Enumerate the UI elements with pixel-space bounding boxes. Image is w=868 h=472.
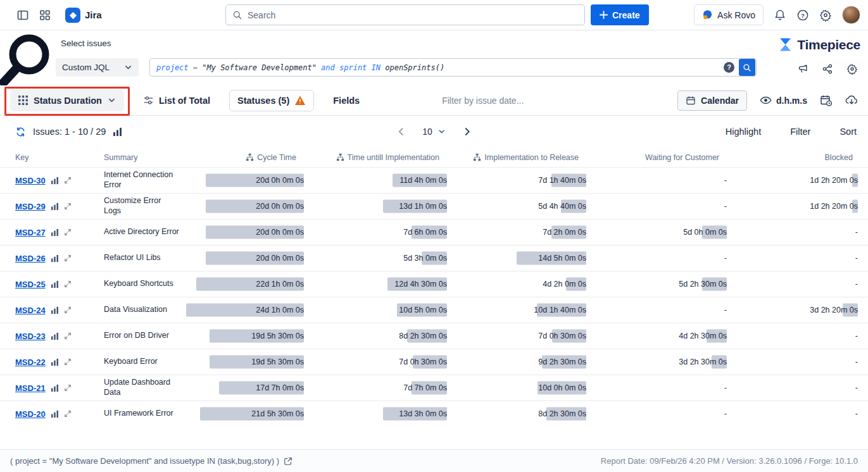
issue-expand-icon[interactable] (64, 280, 72, 288)
calendar-button[interactable]: Calendar (677, 90, 747, 111)
help-icon[interactable]: ? (796, 9, 809, 22)
issue-chart-icon[interactable] (51, 202, 59, 211)
issue-key-link[interactable]: MSD-26 (15, 254, 46, 263)
column-header-summary[interactable]: Summary (95, 147, 185, 168)
table-row: MSD-25Keyboard Shortcuts22d 1h 0m 0s12d … (0, 271, 868, 297)
key-cell: MSD-22 (0, 349, 95, 375)
issue-key-link[interactable]: MSD-24 (15, 306, 46, 315)
previous-page-icon[interactable] (396, 127, 405, 136)
issue-expand-icon[interactable] (64, 358, 72, 366)
duration-value: 7d 0h 30m 0s (538, 332, 586, 340)
issue-expand-icon[interactable] (64, 177, 72, 184)
ask-rovo-button[interactable]: Ask Rovo (694, 4, 764, 25)
issue-key-link[interactable]: MSD-20 (15, 409, 46, 419)
jql-input-text: project = "My Software Development" and … (156, 63, 724, 72)
filter-button[interactable]: Filter (790, 127, 810, 137)
sort-button[interactable]: Sort (840, 127, 857, 137)
page-size-select[interactable]: 10 (422, 127, 446, 137)
duration-value: 5d 0h 0m 0s (683, 228, 727, 237)
warning-icon (294, 95, 306, 106)
duration-value: 9d 2h 30m 0s (538, 357, 586, 366)
announcement-icon[interactable] (797, 63, 808, 75)
list-of-total-button[interactable]: List of Total (143, 95, 210, 106)
create-button[interactable]: Create (591, 4, 649, 25)
issue-expand-icon[interactable] (64, 384, 72, 392)
issue-chart-icon[interactable] (51, 384, 59, 392)
chart-view-icon[interactable] (113, 127, 122, 137)
key-cell: MSD-21 (0, 375, 95, 401)
jql-input[interactable]: project = "My Software Development" and … (149, 58, 757, 77)
jql-help-icon[interactable]: ? (724, 62, 734, 73)
duration-cell-blocked: 3d 2h 20m 0s (732, 297, 868, 323)
export-icon[interactable] (845, 94, 858, 107)
column-header-cycle_time[interactable]: Cycle Time (185, 147, 309, 168)
issue-expand-icon[interactable] (64, 228, 72, 236)
column-header-time_until_impl[interactable]: Time untill Implementation (309, 147, 452, 168)
issue-chart-icon[interactable] (51, 254, 59, 263)
search-input[interactable] (248, 10, 578, 20)
duration-format-toggle[interactable]: d.h.m.s (760, 94, 807, 106)
issue-key-link[interactable]: MSD-25 (15, 280, 46, 289)
fields-button[interactable]: Fields (333, 96, 360, 106)
settings-icon[interactable] (819, 9, 832, 22)
issue-expand-icon[interactable] (64, 410, 72, 418)
column-header-label: Cycle Time (257, 153, 296, 162)
issue-chart-icon[interactable] (51, 332, 59, 340)
fields-label: Fields (333, 96, 360, 106)
column-header-blocked[interactable]: Blocked (732, 147, 868, 168)
external-link-icon[interactable] (284, 457, 292, 466)
duration-value: 10d 1h 40m 0s (534, 306, 586, 314)
issue-expand-icon[interactable] (64, 332, 72, 340)
duration-cell-cycle_time: 20d 0h 0m 0s (185, 220, 309, 245)
issue-key-link[interactable]: MSD-21 (15, 383, 46, 393)
column-header-impl_to_release[interactable]: Implementation to Release (452, 147, 591, 168)
share-icon[interactable] (822, 63, 833, 75)
issue-chart-icon[interactable] (51, 177, 59, 185)
issue-expand-icon[interactable] (64, 254, 72, 262)
table-row: MSD-27Active Directory Error20d 0h 0m 0s… (0, 220, 868, 245)
issue-key-link[interactable]: MSD-23 (15, 332, 46, 341)
duration-cell-blocked: - (732, 245, 868, 271)
notifications-icon[interactable] (774, 9, 786, 22)
date-filter-input[interactable]: Filter by issue date... (442, 96, 524, 106)
column-header-label: Implementation to Release (484, 153, 579, 162)
sidebar-toggle-icon[interactable] (16, 9, 29, 22)
duration-value: 8d 2h 30m 0s (538, 409, 586, 418)
app-switcher-icon[interactable] (39, 9, 51, 22)
pagination: 10 (396, 116, 472, 147)
jira-logo[interactable] (65, 8, 80, 23)
issue-chart-icon[interactable] (51, 358, 59, 366)
report-type-select[interactable]: Status Duration (10, 90, 124, 111)
duration-cell-time_until_impl: 13d 3h 0m 0s (309, 401, 452, 427)
issue-expand-icon[interactable] (64, 306, 72, 314)
issue-key-link[interactable]: MSD-30 (15, 176, 46, 185)
issue-key-link[interactable]: MSD-27 (15, 228, 46, 237)
user-avatar[interactable] (842, 6, 860, 24)
issue-chart-icon[interactable] (51, 410, 59, 418)
column-header-waiting_for_customer[interactable]: Waiting for Customer (591, 147, 732, 168)
global-search[interactable] (225, 4, 585, 25)
statuses-button[interactable]: Statuses (5) (229, 90, 314, 111)
duration-cell-cycle_time: 20d 0h 0m 0s (185, 245, 309, 271)
issue-key-link[interactable]: MSD-29 (15, 202, 46, 211)
column-header-key[interactable]: Key (0, 147, 95, 168)
issue-chart-icon[interactable] (51, 228, 59, 237)
chevron-down-icon (108, 96, 116, 104)
duration-value: 7d 0h 30m 0s (399, 357, 447, 366)
duration-value: 11d 4h 0m 0s (399, 176, 447, 185)
top-navigation: Jira Create Ask Rovo ? (0, 0, 868, 30)
next-page-icon[interactable] (463, 127, 472, 136)
highlight-button[interactable]: Highlight (726, 127, 761, 137)
duration-cell-time_until_impl: 7d 6h 0m 0s (309, 220, 452, 245)
refresh-icon[interactable] (15, 127, 26, 137)
jql-search-button[interactable] (739, 59, 755, 76)
issue-key-link[interactable]: MSD-22 (15, 357, 46, 367)
table-row: MSD-23Error on DB Driver19d 5h 30m 0s8d … (0, 323, 868, 349)
results-bar: Issues: 1 - 10 / 29 10 Highlight Filter … (0, 116, 868, 147)
date-format-icon[interactable] (820, 94, 833, 107)
issue-chart-icon[interactable] (51, 280, 59, 289)
issue-chart-icon[interactable] (51, 306, 59, 314)
jql-mode-select[interactable]: Custom JQL (56, 58, 139, 77)
gear-icon[interactable] (846, 63, 858, 75)
issue-expand-icon[interactable] (64, 202, 72, 210)
